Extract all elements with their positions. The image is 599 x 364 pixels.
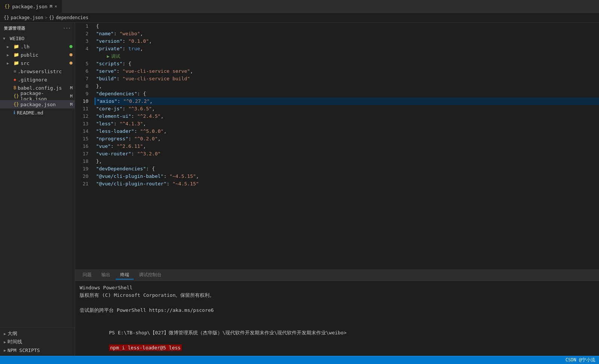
ln-21: 21 (83, 180, 89, 188)
ln-3: 3 (83, 38, 89, 45)
gitignore-icon: ◆ (14, 77, 16, 82)
ln-9: 9 (83, 90, 89, 98)
code-line-9: "dependencies": { (95, 90, 599, 98)
src-arrow: ▶ (7, 61, 12, 65)
terminal-command: npm i less-loader@5 less (109, 344, 182, 351)
status-right: CSDN @宁小流 (566, 357, 595, 363)
sidebar-file-tree: ▼ WEIBO ▶ 📁 .lh ▶ 📁 public ▶ 📁 sr (0, 34, 75, 328)
ln-15: 15 (83, 135, 89, 143)
public-arrow: ▶ (7, 53, 12, 57)
sidebar-item-lh[interactable]: ▶ 📁 .lh (0, 42, 75, 51)
lh-badge (69, 45, 72, 48)
breadcrumb-section[interactable]: dependencies (56, 15, 89, 20)
ln-12: 12 (83, 113, 89, 120)
code-line-19: "devDependencies": { (95, 165, 599, 173)
terminal-line-prompt: PS E:\TB-shop\【027】微博管理系统（杰华版）\现代软件开发期末作… (80, 322, 594, 356)
ln-13: 13 (83, 120, 89, 128)
lh-arrow: ▶ (7, 45, 12, 49)
code-line-18: }, (95, 158, 599, 165)
browserslistrc-label: .browserslistrc (18, 69, 75, 74)
babel-icon: B (14, 85, 16, 90)
breadcrumb-filename[interactable]: package.json (11, 15, 43, 20)
readme-label: README.md (17, 110, 75, 116)
sidebar: 资源管理器 ··· ▼ WEIBO ▶ 📁 .lh ▶ 📁 public (0, 23, 75, 356)
folder-icon-public: 📁 (14, 52, 19, 57)
ln-1: 1 (83, 23, 89, 30)
editor-area: 1 2 3 4 5 6 7 8 9 10 11 12 13 14 15 16 (75, 23, 599, 356)
src-label: src (21, 60, 68, 66)
sidebar-item-gitignore[interactable]: ▶ ◆ .gitignore (0, 75, 75, 84)
sidebar-project-root[interactable]: ▼ WEIBO (0, 34, 75, 42)
sidebar-title: 资源管理器 (4, 26, 26, 31)
babel-modified: M (70, 86, 72, 90)
npm-scripts-arrow: ▶ (4, 348, 6, 352)
code-line-11: "core-js": "^3.6.5", (95, 105, 599, 113)
terminal-content[interactable]: Windows PowerShell 版权所有 (C) Microsoft Co… (75, 281, 599, 356)
ln-2: 2 (83, 30, 89, 38)
ln-16: 16 (83, 143, 89, 150)
sidebar-npm-scripts[interactable]: ▶ NPM SCRIPTS (0, 346, 75, 354)
outline-arrow: ▶ (4, 332, 6, 336)
tab-problems[interactable]: 问题 (78, 271, 96, 280)
project-arrow: ▼ (3, 36, 8, 41)
ln-5: 5 (83, 60, 89, 68)
ln-6: 6 (83, 68, 89, 75)
code-line-17: "vue-router": "^3.2.0" (95, 150, 599, 158)
sidebar-item-package-json[interactable]: ▶ {} package.json M (0, 100, 75, 108)
ln-10: 10 (83, 98, 89, 105)
outline-label: 大纲 (8, 330, 17, 337)
sidebar-item-src[interactable]: ▶ 📁 src (0, 59, 75, 67)
project-label: WEIBO (10, 36, 24, 41)
code-line-20: "@vue/cli-plugin-babel": "~4.5.15", (95, 173, 599, 180)
lh-label: .lh (21, 44, 68, 50)
package-json-icon: {} (14, 102, 19, 107)
breadcrumb-separator: > (45, 15, 47, 20)
sidebar-item-browserslistrc[interactable]: ▶ ≡ .browserslistrc (0, 67, 75, 75)
terminal-line-blank2 (80, 314, 594, 322)
tab-terminal[interactable]: 终端 (116, 271, 134, 280)
sidebar-timeline[interactable]: ▶ 时间线 (0, 338, 75, 346)
package-json-tab[interactable]: {} package.json M × (0, 0, 62, 13)
code-line-16: "vue": "^2.6.11", (95, 143, 599, 150)
folder-icon: 📁 (14, 44, 19, 49)
readme-icon: ℹ (14, 110, 15, 115)
status-attribution: CSDN @宁小流 (566, 357, 595, 363)
line-numbers: 1 2 3 4 5 6 7 8 9 10 11 12 13 14 15 16 (75, 23, 95, 269)
code-editor[interactable]: 1 2 3 4 5 6 7 8 9 10 11 12 13 14 15 16 (75, 23, 599, 269)
browserslistrc-icon: ≡ (14, 69, 16, 74)
terminal-line-blank1 (80, 299, 594, 307)
sidebar-outline[interactable]: ▶ 大纲 (0, 329, 75, 338)
ln-17: 17 (83, 150, 89, 158)
tab-debug-console[interactable]: 调试控制台 (134, 271, 166, 280)
ln-debug (83, 53, 89, 60)
gitignore-label: .gitignore (18, 77, 75, 83)
tab-bar: {} package.json M × (0, 0, 599, 13)
ln-8: 8 (83, 83, 89, 90)
code-line-debug: ▶ 调试 (95, 53, 599, 60)
package-lock-modified: M (70, 94, 72, 99)
sidebar-header: 资源管理器 ··· (0, 23, 75, 34)
ln-14: 14 (83, 128, 89, 135)
public-label: public (21, 52, 68, 58)
package-json-modified: M (70, 102, 72, 107)
tab-output[interactable]: 输出 (97, 271, 115, 280)
sidebar-more-icon[interactable]: ··· (63, 26, 71, 31)
breadcrumb-section-icon: {} (49, 15, 54, 20)
src-badge (69, 62, 72, 65)
sidebar-item-package-lock[interactable]: ▶ {} package-lock.json M (0, 92, 75, 100)
code-content: 1 2 3 4 5 6 7 8 9 10 11 12 13 14 15 16 (75, 23, 599, 269)
tab-close-button[interactable]: × (54, 4, 57, 9)
code-line-15: "nprogress": "^0.2.0", (95, 135, 599, 143)
package-lock-icon: {} (14, 93, 19, 99)
code-line-5: "scripts": { (95, 60, 599, 68)
terminal-panel: 问题 输出 终端 调试控制台 Windows PowerShell 版权所有 (… (75, 269, 599, 356)
terminal-line-1: Windows PowerShell (80, 284, 594, 292)
code-line-1: { (95, 23, 599, 30)
code-line-10: "axios": "^0.27.2", (95, 98, 599, 105)
json-file-icon: {} (5, 4, 10, 9)
sidebar-item-public[interactable]: ▶ 📁 public (0, 51, 75, 59)
public-badge (69, 53, 72, 56)
sidebar-item-readme[interactable]: ▶ ℹ README.md (0, 108, 75, 117)
code-line-13: "less": "^4.1.3", (95, 120, 599, 128)
ln-20: 20 (83, 173, 89, 180)
